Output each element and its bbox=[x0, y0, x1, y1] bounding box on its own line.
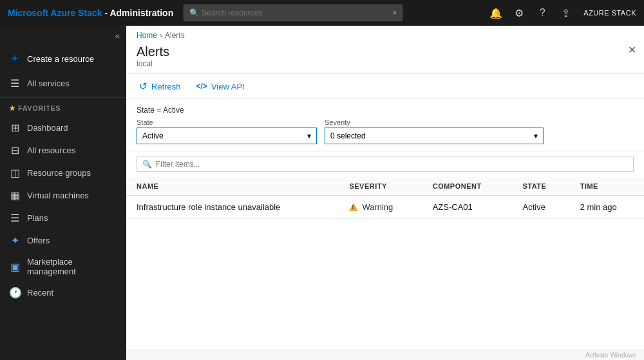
sidebar-item-all-resources[interactable]: ⊟ All resources bbox=[0, 139, 126, 162]
search-input[interactable] bbox=[202, 8, 392, 17]
bottom-bar: Activate Windows bbox=[126, 350, 644, 360]
sidebar-recent-label: Recent bbox=[27, 288, 53, 298]
alert-state: Active bbox=[512, 196, 569, 219]
warning-triangle-icon: ! bbox=[349, 203, 358, 211]
all-services-icon: ☰ bbox=[9, 77, 21, 90]
severity-filter-select[interactable]: 0 selected ▾ bbox=[325, 128, 544, 144]
search-icon: 🔍 bbox=[189, 8, 199, 17]
breadcrumb-current: Alerts bbox=[165, 31, 185, 40]
col-state: STATE bbox=[512, 177, 569, 196]
alert-component: AZS-CA01 bbox=[422, 196, 513, 219]
recent-icon: 🕐 bbox=[9, 287, 21, 299]
alert-time: 2 min ago bbox=[570, 196, 644, 219]
refresh-icon: ↺ bbox=[139, 81, 147, 92]
toolbar: ↺ Refresh </> View API bbox=[126, 74, 644, 99]
sidebar-dashboard-label: Dashboard bbox=[27, 123, 68, 133]
sidebar-collapse-button[interactable]: « bbox=[0, 26, 126, 46]
sidebar-resource-groups-label: Resource groups bbox=[27, 168, 91, 178]
col-severity: SEVERITY bbox=[339, 177, 422, 196]
breadcrumb: Home › Alerts bbox=[126, 26, 644, 41]
sidebar-item-marketplace[interactable]: ▣ Marketplace management bbox=[0, 252, 126, 281]
sidebar-item-all-services[interactable]: ☰ All services bbox=[0, 72, 126, 95]
sidebar-item-dashboard[interactable]: ⊞ Dashboard bbox=[0, 117, 126, 139]
sidebar-offers-label: Offers bbox=[27, 236, 50, 245]
panel-close-button[interactable]: ✕ bbox=[628, 44, 636, 56]
topbar-icons: 🔔 ⚙ ? ⇪ AZURE STACK bbox=[486, 3, 636, 23]
filter-group-state: State Active ▾ bbox=[137, 118, 317, 144]
warning-label: Warning bbox=[362, 202, 393, 212]
refresh-label: Refresh bbox=[151, 82, 181, 91]
breadcrumb-separator: › bbox=[160, 31, 162, 40]
refresh-button[interactable]: ↺ Refresh bbox=[137, 79, 184, 93]
create-resource-label: Create a resource bbox=[27, 54, 94, 64]
alert-name: Infrastructure role instance unavailable bbox=[126, 196, 339, 219]
col-name: NAME bbox=[126, 177, 339, 196]
notifications-icon[interactable]: 🔔 bbox=[486, 3, 506, 23]
main-layout: « + Create a resource ☰ All services ★ F… bbox=[0, 26, 644, 360]
all-resources-icon: ⊟ bbox=[9, 144, 21, 156]
plans-icon: ☰ bbox=[9, 212, 21, 224]
marketplace-icon: ▣ bbox=[9, 261, 21, 273]
plus-icon: + bbox=[9, 52, 21, 66]
table-row[interactable]: Infrastructure role instance unavailable… bbox=[126, 196, 644, 219]
sidebar-item-plans[interactable]: ☰ Plans bbox=[0, 207, 126, 229]
filter-search-icon: 🔍 bbox=[142, 160, 152, 169]
state-filter-label: State bbox=[137, 118, 317, 126]
severity-warning-cell: ! Warning bbox=[349, 202, 412, 212]
filter-search-input[interactable] bbox=[156, 160, 628, 169]
filter-row: State Active ▾ Severity 0 selected ▾ bbox=[137, 118, 634, 144]
filter-search-box[interactable]: 🔍 bbox=[137, 156, 634, 172]
activate-windows-label: Activate Windows bbox=[585, 352, 636, 359]
panel-title: Alerts bbox=[137, 44, 169, 59]
state-filter-value: Active bbox=[142, 131, 164, 140]
sidebar-divider bbox=[0, 97, 126, 98]
all-services-label: All services bbox=[27, 79, 70, 88]
view-api-button[interactable]: </> View API bbox=[194, 81, 247, 93]
panel-header: Alerts local ✕ bbox=[126, 41, 644, 74]
sidebar-item-virtual-machines[interactable]: ▦ Virtual machines bbox=[0, 184, 126, 207]
col-component: COMPONENT bbox=[422, 177, 513, 196]
content-area: Home › Alerts Alerts local ✕ ↺ Refresh <… bbox=[126, 26, 644, 360]
severity-filter-label: Severity bbox=[325, 118, 544, 126]
view-api-icon: </> bbox=[196, 82, 207, 91]
topbar: Microsoft Azure Stack - Administration 🔍… bbox=[0, 0, 644, 26]
help-icon[interactable]: ? bbox=[532, 3, 553, 23]
resource-groups-icon: ◫ bbox=[9, 167, 21, 179]
alerts-table-area: NAME SEVERITY COMPONENT STATE TIME Infra… bbox=[126, 177, 644, 350]
sidebar-item-offers[interactable]: ✦ Offers bbox=[0, 229, 126, 252]
filter-area: State = Active State Active ▾ Severity 0… bbox=[126, 99, 644, 151]
table-header-row: NAME SEVERITY COMPONENT STATE TIME bbox=[126, 177, 644, 196]
view-api-label: View API bbox=[211, 82, 245, 91]
sidebar-item-recent[interactable]: 🕐 Recent bbox=[0, 281, 126, 304]
sidebar-marketplace-label: Marketplace management bbox=[27, 257, 117, 276]
state-filter-chevron: ▾ bbox=[307, 131, 311, 140]
filter-state-display: State = Active bbox=[137, 106, 634, 115]
sidebar-plans-label: Plans bbox=[27, 213, 48, 223]
filter-group-severity: Severity 0 selected ▾ bbox=[325, 118, 544, 144]
favorites-label: ★ FAVORITES bbox=[0, 100, 126, 117]
settings-icon[interactable]: ⚙ bbox=[509, 3, 529, 23]
star-icon: ★ bbox=[9, 104, 16, 112]
search-box[interactable]: 🔍 × bbox=[184, 5, 402, 21]
breadcrumb-home[interactable]: Home bbox=[137, 31, 157, 40]
severity-filter-chevron: ▾ bbox=[534, 131, 538, 140]
severity-filter-value: 0 selected bbox=[330, 131, 366, 140]
feedback-icon[interactable]: ⇪ bbox=[555, 3, 576, 23]
azure-stack-label: AZURE STACK bbox=[583, 9, 636, 17]
dashboard-icon: ⊞ bbox=[9, 122, 21, 134]
search-clear-icon[interactable]: × bbox=[392, 8, 397, 17]
panel-subtitle: local bbox=[137, 59, 169, 68]
app-title: Microsoft Azure Stack - Administration bbox=[8, 8, 173, 18]
sidebar-item-create-resource[interactable]: + Create a resource bbox=[0, 46, 126, 72]
sidebar-all-resources-label: All resources bbox=[27, 146, 75, 155]
offers-icon: ✦ bbox=[9, 234, 21, 247]
alert-severity: ! Warning bbox=[339, 196, 422, 219]
state-filter-select[interactable]: Active ▾ bbox=[137, 128, 317, 144]
sidebar-item-resource-groups[interactable]: ◫ Resource groups bbox=[0, 162, 126, 184]
sidebar: « + Create a resource ☰ All services ★ F… bbox=[0, 26, 126, 360]
alerts-table: NAME SEVERITY COMPONENT STATE TIME Infra… bbox=[126, 177, 644, 219]
virtual-machines-icon: ▦ bbox=[9, 189, 21, 202]
sidebar-virtual-machines-label: Virtual machines bbox=[27, 191, 89, 200]
col-time: TIME bbox=[570, 177, 644, 196]
